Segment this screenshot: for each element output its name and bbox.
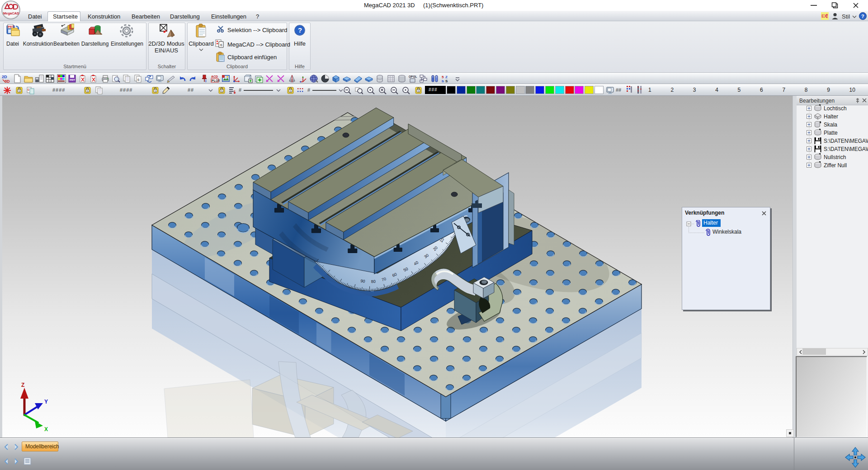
svg-text:ACD: ACD — [211, 75, 218, 78]
svg-text:?: ? — [298, 26, 302, 34]
svg-text:i: i — [205, 79, 207, 83]
svg-text:5: 5 — [442, 75, 444, 79]
svg-text:MegaCAD: MegaCAD — [3, 11, 19, 15]
svg-text:90: 90 — [360, 278, 366, 284]
svg-text:6: 6 — [28, 88, 29, 91]
svg-text:OPGL: OPGL — [409, 75, 417, 78]
svg-text:PLOT: PLOT — [212, 79, 220, 82]
svg-text:6: 6 — [137, 78, 140, 82]
svg-text:Z: Z — [445, 75, 448, 79]
svg-text:Y: Y — [44, 399, 48, 405]
svg-text:6: 6 — [220, 43, 222, 47]
svg-text:2D: 2D — [2, 75, 7, 79]
svg-text:80: 80 — [371, 279, 376, 284]
svg-text:X: X — [44, 426, 48, 432]
svg-text:PRT: PRT — [70, 79, 75, 81]
svg-text:S: S — [445, 79, 448, 83]
svg-text:PRT: PRT — [8, 25, 14, 28]
svg-text:3D: 3D — [5, 79, 10, 83]
svg-text:?: ? — [861, 14, 864, 19]
svg-text:b: b — [442, 79, 444, 83]
svg-text:Z: Z — [21, 382, 24, 388]
